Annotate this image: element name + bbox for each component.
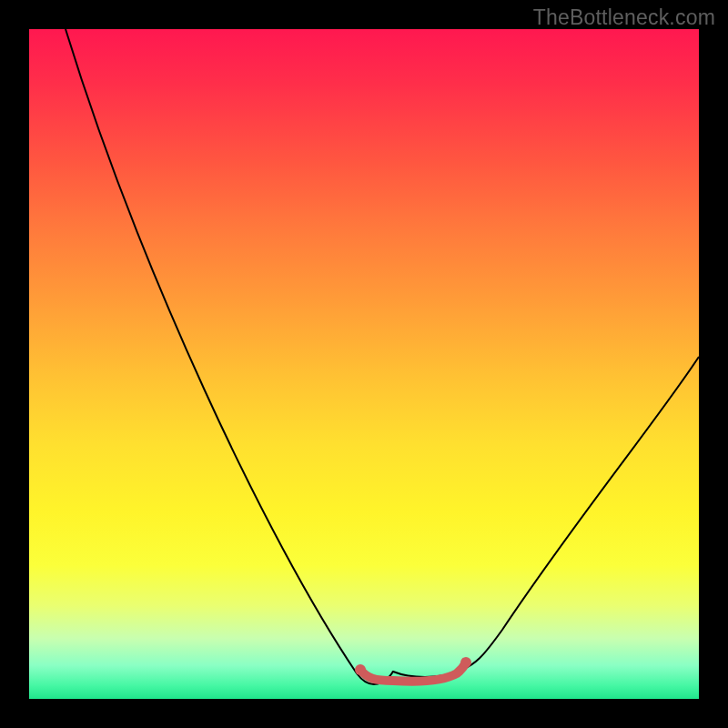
trough-marker <box>360 662 466 682</box>
chart-frame: TheBottleneck.com <box>0 0 728 728</box>
bottleneck-curve <box>29 29 699 699</box>
plot-area <box>29 29 699 699</box>
watermark-text: TheBottleneck.com <box>533 5 715 30</box>
trough-right-dot <box>460 657 471 668</box>
trough-left-dot <box>355 664 366 675</box>
curve-path <box>66 29 699 684</box>
